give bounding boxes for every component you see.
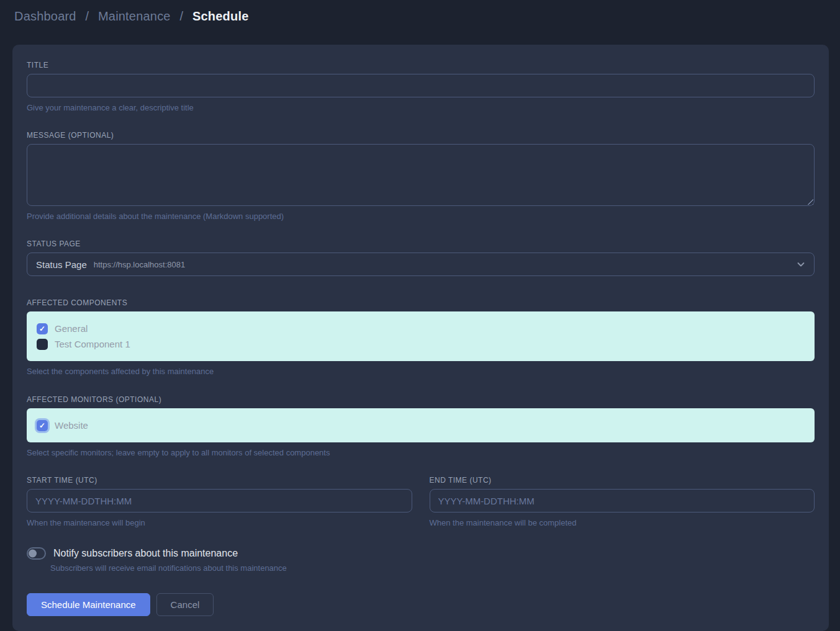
chevron-down-icon	[796, 259, 806, 269]
start-time-helper: When the maintenance will begin	[27, 518, 412, 527]
start-time-field-group: START TIME (UTC) When the maintenance wi…	[27, 476, 412, 527]
breadcrumb: Dashboard / Maintenance / Schedule	[14, 9, 249, 24]
status-page-label: STATUS PAGE	[27, 239, 815, 248]
affected-components-box: ✓ General ✓ Test Component 1	[27, 311, 815, 361]
schedule-maintenance-form: TITLE Give your maintenance a clear, des…	[12, 45, 829, 631]
checkbox-icon[interactable]: ✓	[37, 420, 48, 431]
checkbox-icon[interactable]: ✓	[37, 339, 48, 350]
message-label: MESSAGE (OPTIONAL)	[27, 131, 815, 140]
end-time-helper: When the maintenance will be completed	[430, 518, 815, 527]
end-time-label: END TIME (UTC)	[430, 476, 815, 485]
breadcrumb-item-schedule: Schedule	[192, 9, 249, 23]
notify-subscribers-toggle[interactable]	[27, 547, 46, 560]
notify-section: Notify subscribers about this maintenanc…	[27, 547, 815, 573]
component-option-label: Test Component 1	[55, 339, 130, 349]
affected-components-field-group: AFFECTED COMPONENTS ✓ General ✓ Test Com…	[27, 298, 815, 376]
top-bar: Dashboard / Maintenance / Schedule	[0, 0, 840, 32]
end-time-input[interactable]	[430, 489, 815, 512]
monitor-option-label: Website	[55, 420, 88, 431]
affected-monitors-box: ✓ Website	[27, 408, 815, 442]
affected-monitors-label: AFFECTED MONITORS (OPTIONAL)	[27, 395, 815, 404]
status-page-select[interactable]: Status Page https://hsp.localhost:8081	[27, 253, 815, 276]
title-label: TITLE	[27, 61, 815, 69]
breadcrumb-separator: /	[85, 9, 89, 23]
breadcrumb-separator: /	[179, 9, 183, 23]
affected-components-label: AFFECTED COMPONENTS	[27, 298, 815, 307]
affected-monitors-helper: Select specific monitors; leave empty to…	[27, 448, 815, 457]
notify-helper: Subscribers will receive email notificat…	[50, 563, 815, 573]
affected-monitors-field-group: AFFECTED MONITORS (OPTIONAL) ✓ Website S…	[27, 395, 815, 457]
times-grid: START TIME (UTC) When the maintenance wi…	[27, 476, 815, 527]
title-helper: Give your maintenance a clear, descripti…	[27, 103, 815, 112]
notify-toggle-label: Notify subscribers about this maintenanc…	[53, 548, 238, 559]
breadcrumb-item-dashboard[interactable]: Dashboard	[14, 9, 76, 23]
component-option-general[interactable]: ✓ General	[37, 321, 805, 336]
start-time-label: START TIME (UTC)	[27, 476, 412, 485]
toggle-knob	[29, 550, 37, 558]
start-time-input[interactable]	[27, 489, 412, 512]
message-textarea[interactable]	[27, 144, 815, 206]
status-page-selected-url: https://hsp.localhost:8081	[94, 260, 185, 269]
end-time-field-group: END TIME (UTC) When the maintenance will…	[430, 476, 815, 527]
checkbox-icon[interactable]: ✓	[37, 323, 48, 334]
schedule-maintenance-button[interactable]: Schedule Maintenance	[27, 593, 150, 616]
title-field-group: TITLE Give your maintenance a clear, des…	[27, 61, 815, 112]
message-helper: Provide additional details about the mai…	[27, 212, 815, 221]
component-option-test-component-1[interactable]: ✓ Test Component 1	[37, 336, 805, 352]
status-page-selected-name: Status Page	[36, 259, 87, 270]
check-icon: ✓	[39, 325, 45, 333]
cancel-button[interactable]: Cancel	[156, 593, 214, 616]
message-field-group: MESSAGE (OPTIONAL) Provide additional de…	[27, 131, 815, 221]
breadcrumb-item-maintenance[interactable]: Maintenance	[98, 9, 171, 23]
form-actions: Schedule Maintenance Cancel	[27, 593, 815, 616]
monitor-option-website[interactable]: ✓ Website	[37, 418, 805, 433]
affected-components-helper: Select the components affected by this m…	[27, 367, 815, 376]
status-page-field-group: STATUS PAGE Status Page https://hsp.loca…	[27, 239, 815, 276]
check-icon: ✓	[39, 422, 45, 429]
component-option-label: General	[55, 323, 88, 334]
title-input[interactable]	[27, 74, 815, 97]
